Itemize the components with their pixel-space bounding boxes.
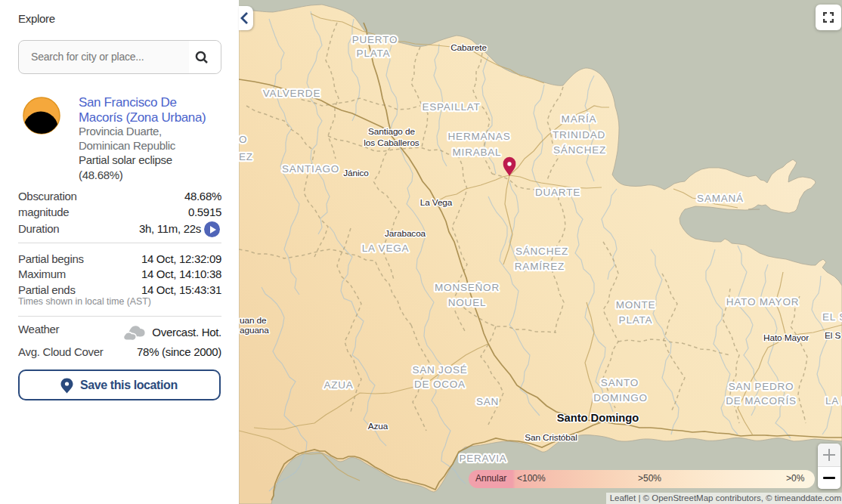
svg-text:SAN: SAN	[476, 396, 499, 407]
svg-text:El S: El S	[825, 330, 840, 341]
svg-text:Cabarete: Cabarete	[450, 42, 487, 53]
svg-text:Hato Mayor: Hato Mayor	[763, 332, 809, 343]
svg-text:SÁNCHEZ: SÁNCHEZ	[553, 144, 606, 156]
svg-text:LA VEGA: LA VEGA	[362, 243, 410, 254]
svg-text:PUERTO: PUERTO	[352, 34, 398, 45]
svg-text:Santo Domingo: Santo Domingo	[557, 412, 639, 424]
svg-text:NOUEL: NOUEL	[448, 297, 487, 308]
svg-text:DE MACORÍS: DE MACORÍS	[726, 395, 797, 407]
svg-text:PLATA: PLATA	[357, 48, 391, 59]
svg-text:MARÍA: MARÍA	[562, 113, 597, 125]
svg-text:DE OCOA: DE OCOA	[414, 379, 466, 390]
svg-text:SAN PEDRO: SAN PEDRO	[729, 381, 794, 392]
svg-text:uan de: uan de	[240, 315, 267, 326]
svg-text:LA R: LA R	[825, 395, 842, 407]
svg-text:Santiago de: Santiago de	[368, 126, 415, 137]
svg-text:HATO MAYOR: HATO MAYOR	[726, 296, 800, 308]
svg-text:Jarabacoa: Jarabacoa	[385, 228, 426, 239]
svg-text:aguana: aguana	[240, 325, 269, 335]
svg-text:La Vega: La Vega	[420, 197, 453, 208]
svg-text:Azua: Azua	[368, 421, 388, 431]
svg-text:SANTIAGO: SANTIAGO	[282, 163, 339, 175]
svg-text:HERMANAS: HERMANAS	[448, 131, 511, 142]
svg-text:ESPAILLAT: ESPAILLAT	[422, 101, 480, 113]
svg-text:Jánico: Jánico	[343, 168, 369, 178]
svg-text:EZ: EZ	[239, 151, 253, 162]
svg-text:SANTO: SANTO	[601, 377, 639, 388]
svg-text:PERAVIA: PERAVIA	[459, 453, 506, 464]
svg-text:TRINIDAD: TRINIDAD	[553, 129, 605, 141]
svg-text:DUARTE: DUARTE	[535, 187, 580, 198]
svg-text:MONSEÑOR: MONSEÑOR	[435, 282, 500, 293]
svg-text:SAN JOSÉ: SAN JOSÉ	[412, 364, 467, 376]
svg-text:PLATA: PLATA	[619, 314, 653, 326]
svg-text:MIRABAL: MIRABAL	[453, 147, 502, 158]
svg-text:DOMINGO: DOMINGO	[593, 392, 648, 404]
svg-text:SAMANÁ: SAMANÁ	[697, 193, 744, 204]
svg-text:VALVERDE: VALVERDE	[263, 88, 320, 99]
svg-text:SÁNCHEZ: SÁNCHEZ	[515, 246, 568, 257]
svg-text:MONTE: MONTE	[616, 299, 656, 311]
svg-text:O: O	[239, 134, 247, 145]
svg-text:los Caballeros: los Caballeros	[364, 138, 419, 148]
svg-text:San Cristóbal: San Cristóbal	[525, 432, 577, 443]
svg-text:AZUA: AZUA	[323, 379, 353, 391]
svg-text:RAMÍREZ: RAMÍREZ	[515, 261, 565, 272]
svg-text:EL SE: EL SE	[822, 311, 842, 323]
